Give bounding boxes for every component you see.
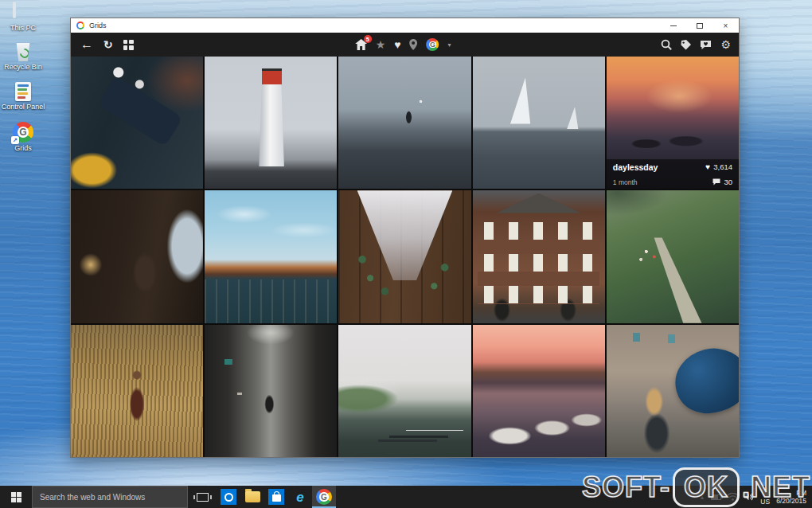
favorites-button[interactable]: ★ — [376, 38, 386, 51]
search-input[interactable] — [33, 487, 187, 507]
store-icon — [268, 489, 284, 505]
notification-badge: 5 — [364, 35, 372, 43]
photo-tile[interactable] — [71, 190, 203, 322]
taskbar-app-grids-active[interactable]: G — [312, 486, 336, 508]
photo-age: 1 month — [613, 178, 658, 186]
battery-icon[interactable] — [711, 494, 721, 500]
heart-icon: ♥ — [705, 162, 710, 171]
windows-logo-icon — [11, 492, 21, 502]
window-controls: × — [660, 18, 739, 33]
google-account-avatar: G — [427, 38, 439, 51]
photo-tile[interactable] — [473, 57, 605, 189]
photo-tile[interactable] — [338, 325, 470, 457]
task-view-icon — [197, 493, 209, 502]
location-button[interactable] — [410, 39, 418, 50]
photo-tile[interactable] — [473, 190, 605, 322]
grids-app-icon: G ↗ — [13, 122, 33, 143]
app-toolbar: ← ↻ 5 ★ ♥ G ▾ — [71, 33, 739, 57]
refresh-button[interactable]: ↻ — [103, 38, 113, 51]
desktop-icon-label: This PC — [10, 24, 36, 32]
grids-app-window: Grids × ← ↻ 5 ★ ♥ — [70, 18, 740, 458]
app-icon — [76, 21, 84, 29]
system-tray: ▲ US PM 6/20/2015 — [699, 486, 812, 508]
photo-tile[interactable] — [71, 325, 203, 457]
home-feed-button[interactable]: 5 — [355, 39, 367, 50]
settings-button[interactable]: ⚙ — [720, 38, 731, 51]
desktop-icon-recycle-bin[interactable]: Recycle Bin — [0, 43, 46, 71]
hidden-icons-button[interactable]: ▲ — [699, 494, 705, 500]
grid-view-button[interactable] — [123, 40, 134, 50]
volume-icon[interactable] — [744, 493, 754, 501]
window-title: Grids — [89, 21, 107, 29]
photo-info-overlay: daylessday 1 month ♥ 3,614 30 — [607, 159, 739, 189]
task-view-button[interactable] — [188, 486, 217, 508]
wifi-icon[interactable] — [728, 493, 738, 501]
taskbar-clock[interactable]: PM 6/20/2015 — [776, 489, 806, 505]
likes-button[interactable]: ♥ — [394, 38, 400, 51]
desktop: This PC Recycle Bin Control Panel G ↗ Gr… — [0, 0, 812, 508]
back-button[interactable]: ← — [80, 37, 93, 52]
search-button[interactable] — [661, 39, 672, 50]
photo-tile[interactable] — [205, 325, 337, 457]
taskbar: e G ▲ US PM 6/20/2015 — [0, 486, 812, 508]
tag-icon — [681, 40, 691, 50]
comment-icon — [712, 178, 720, 186]
clock-time: PM — [796, 489, 806, 497]
photo-tile[interactable] — [205, 57, 337, 189]
desktop-icon-grids[interactable]: G ↗ Grids — [0, 122, 46, 152]
desktop-icon-control-panel[interactable]: Control Panel — [0, 82, 46, 111]
comment-heart-icon — [700, 40, 712, 50]
clock-date: 6/20/2015 — [776, 497, 806, 505]
close-button[interactable]: × — [712, 18, 739, 33]
recycle-bin-icon — [16, 43, 30, 61]
comment-count: 30 — [724, 178, 732, 186]
control-panel-icon — [15, 82, 31, 101]
desktop-icon-list: This PC Recycle Bin Control Panel G ↗ Gr… — [0, 0, 46, 152]
photo-grid: daylessday 1 month ♥ 3,614 30 — [71, 57, 739, 457]
photo-tile-hovered[interactable]: daylessday 1 month ♥ 3,614 30 — [607, 57, 739, 189]
taskbar-app-file-explorer[interactable] — [240, 486, 264, 508]
taskbar-app-internet-explorer[interactable]: e — [288, 486, 312, 508]
window-titlebar[interactable]: Grids × — [71, 18, 739, 33]
shortcut-arrow-icon: ↗ — [11, 136, 19, 144]
desktop-icon-label: Recycle Bin — [4, 63, 42, 71]
taskbar-search[interactable] — [32, 486, 188, 508]
like-count: 3,614 — [713, 162, 732, 171]
search-icon — [661, 39, 672, 50]
desktop-icon-label: Grids — [14, 144, 32, 152]
photo-username[interactable]: daylessday — [613, 162, 658, 172]
account-button[interactable]: G — [427, 38, 439, 51]
location-pin-icon — [410, 39, 418, 50]
file-explorer-icon — [245, 491, 260, 502]
activity-button[interactable] — [700, 40, 712, 50]
photo-tile[interactable] — [71, 57, 203, 189]
photo-tile[interactable] — [338, 57, 470, 189]
grid-icon — [123, 40, 134, 50]
photo-tile[interactable] — [607, 325, 739, 457]
photo-tile[interactable] — [473, 325, 605, 457]
internet-explorer-icon: e — [296, 490, 303, 504]
language-indicator[interactable]: US — [760, 498, 770, 508]
desktop-icon-label: Control Panel — [2, 103, 45, 111]
maximize-button[interactable] — [686, 18, 712, 33]
this-pc-icon — [13, 3, 33, 22]
desktop-icon-this-pc[interactable]: This PC — [0, 3, 46, 32]
grids-app-icon: G — [316, 489, 332, 505]
tags-button[interactable] — [681, 40, 691, 50]
taskbar-app-edge[interactable] — [217, 486, 240, 508]
photo-tile[interactable] — [607, 190, 739, 322]
start-button[interactable] — [0, 486, 32, 508]
photo-tile[interactable] — [338, 190, 470, 322]
edge-browser-icon — [221, 489, 236, 505]
chevron-down-icon[interactable]: ▾ — [448, 41, 451, 49]
minimize-button[interactable] — [660, 18, 686, 33]
taskbar-app-store[interactable] — [264, 486, 288, 508]
photo-tile[interactable] — [205, 190, 337, 322]
